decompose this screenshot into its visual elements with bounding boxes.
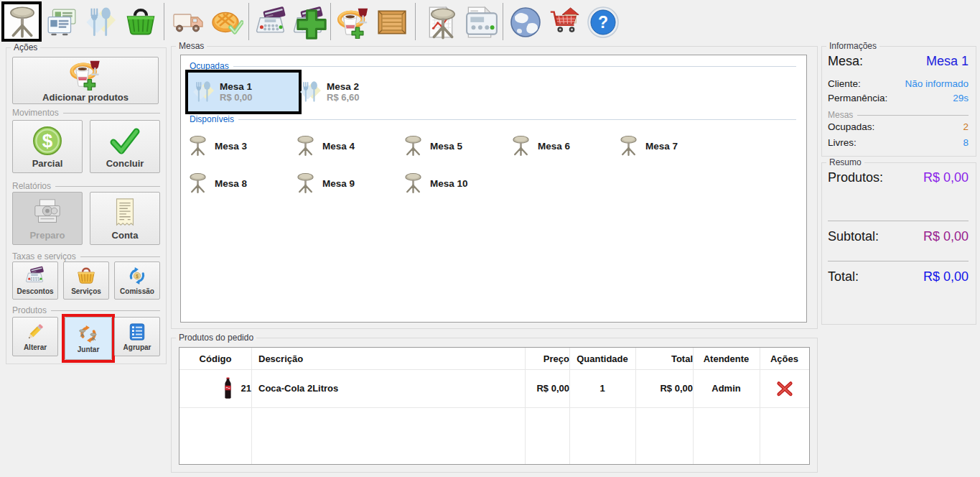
- clients-toolbar-button[interactable]: [45, 4, 79, 40]
- column-header-descricao[interactable]: Descrição: [251, 348, 532, 369]
- web-toolbar-button[interactable]: [508, 4, 543, 40]
- mesa-value: Mesa 1: [926, 54, 969, 69]
- order-products-table: Código Descrição Preço Quantidade Total …: [179, 347, 810, 465]
- drinks-plus-icon: [337, 6, 370, 39]
- table-icon: [296, 134, 315, 157]
- livres-row: Livres: 8: [828, 137, 969, 148]
- help-toolbar-button[interactable]: [586, 4, 620, 40]
- mesa-item-available[interactable]: Mesa 3: [188, 131, 289, 160]
- column-header-quantidade[interactable]: Quantidade: [569, 348, 635, 369]
- mesas-title: Mesas: [176, 41, 207, 51]
- table-icon: [296, 172, 315, 195]
- mesa-item-available[interactable]: Mesa 5: [403, 131, 504, 160]
- mesa-item-available[interactable]: Mesa 10: [403, 169, 504, 198]
- servicos-button[interactable]: Serviços: [63, 261, 109, 300]
- circular-arrows-coin-icon: [127, 266, 147, 286]
- movimentos-divider: Movimentos: [12, 108, 160, 118]
- group-list-icon: [127, 322, 147, 342]
- toolbar-separator: [503, 3, 503, 40]
- check-icon: [109, 125, 141, 157]
- orders-toolbar-button[interactable]: [83, 4, 118, 40]
- mesa-row: Mesa: Mesa 1: [828, 54, 969, 69]
- cart-house-icon: [548, 6, 581, 39]
- mesa-item-available[interactable]: Mesa 8: [188, 169, 289, 198]
- mesa-item-occupied-selected[interactable]: Mesa 1 R$ 0,00: [185, 70, 302, 114]
- store-toolbar-button[interactable]: [547, 4, 582, 40]
- cell-atendente: Admin: [693, 369, 760, 407]
- delete-row-button[interactable]: [775, 379, 794, 398]
- conta-button[interactable]: Conta: [90, 192, 160, 245]
- ocupadas-value: 2: [963, 121, 969, 132]
- juntar-button[interactable]: Juntar: [65, 317, 112, 360]
- relatorios-divider: Relatórios: [12, 181, 160, 191]
- order-products-groupbox: Produtos do pedido Código Descrição Preç…: [171, 338, 818, 473]
- cashier-report-toolbar-button[interactable]: [462, 4, 497, 40]
- drinks-plus-icon: [69, 58, 102, 91]
- receipt-icon: [109, 197, 141, 228]
- mesas-groupbox: Mesas Ocupadas Mesa 1 R$ 0,00 Mesa 2 R$ …: [171, 46, 818, 329]
- stock-toolbar-button[interactable]: [375, 4, 409, 40]
- delivery-toolbar-button[interactable]: [171, 4, 205, 40]
- taxas-divider: Taxas e serviços: [12, 251, 160, 261]
- juntar-highlight: Juntar: [62, 314, 115, 363]
- printer-icon: [32, 197, 63, 228]
- cell-descricao: Coca-Cola 2Litros: [251, 369, 532, 407]
- mesa-item-available[interactable]: Mesa 7: [619, 131, 719, 160]
- column-header-preco[interactable]: Preço: [525, 348, 576, 369]
- column-header-atendente[interactable]: Atendente: [693, 348, 760, 369]
- actions-title: Ações: [11, 42, 40, 52]
- livres-value: 8: [963, 137, 969, 148]
- summary-groupbox: Resumo Produtos: R$ 0,00 Subtotal: R$ 0,…: [821, 162, 976, 325]
- ocupadas-row: Ocupadas: 2: [828, 121, 969, 132]
- column-header-codigo[interactable]: Código: [179, 348, 251, 369]
- add-products-button[interactable]: Adicionar produtos: [12, 57, 159, 104]
- toolbar-separator: [248, 3, 249, 40]
- mesa-item-available[interactable]: Mesa 4: [296, 131, 396, 160]
- summary-title: Resumo: [826, 157, 864, 167]
- preparo-button[interactable]: Preparo: [12, 192, 83, 245]
- column-header-acoes[interactable]: Ações: [760, 348, 809, 369]
- table-icon: [619, 134, 638, 157]
- tables-toolbar-button[interactable]: [5, 4, 39, 40]
- mesa-item-available[interactable]: Mesa 6: [511, 131, 612, 160]
- mesa-texts: Mesa 1 R$ 0,00: [220, 81, 253, 103]
- cell-total: R$ 0,00: [635, 369, 699, 407]
- table-icon: [511, 134, 531, 157]
- concluir-button[interactable]: Concluir: [90, 120, 160, 173]
- order-products-title: Produtos do pedido: [176, 333, 256, 343]
- cashier-toolbar-button[interactable]: [254, 4, 289, 40]
- plus-icon: [295, 8, 328, 41]
- produtos-row: Produtos: R$ 0,00: [828, 170, 969, 185]
- cliente-row: Cliente: Não informado: [828, 78, 969, 89]
- parcial-button[interactable]: Parcial: [12, 120, 83, 173]
- table-icon: [188, 134, 207, 157]
- add-products-label: Adicionar produtos: [42, 92, 129, 103]
- table-icon: [403, 172, 423, 195]
- kitchen-toolbar-button[interactable]: [210, 4, 244, 40]
- info-title: Informações: [826, 41, 879, 51]
- alterar-button[interactable]: Alterar: [12, 317, 58, 356]
- cutlery-icon: [192, 79, 214, 105]
- produtos-value: R$ 0,00: [923, 170, 969, 185]
- main-toolbar: [0, 0, 980, 43]
- card-machine-icon: [25, 266, 45, 286]
- mini-table-icon: [426, 7, 459, 40]
- comissao-button[interactable]: Comissão: [114, 261, 160, 300]
- mesa-item-occupied[interactable]: Mesa 2 R$ 6,60: [295, 73, 406, 111]
- crate-icon: [375, 6, 409, 39]
- cutlery-icon: [299, 79, 321, 105]
- agrupar-button[interactable]: Agrupar: [114, 317, 160, 356]
- toolbar-separator: [415, 3, 416, 40]
- products-toolbar-button[interactable]: [123, 4, 158, 40]
- cell-acoes: [760, 369, 809, 407]
- descontos-button[interactable]: Descontos: [12, 261, 58, 300]
- tables-button-highlight: [1, 1, 42, 42]
- tables-report-toolbar-button[interactable]: [424, 4, 458, 40]
- cashier-add-toolbar-button[interactable]: [291, 4, 326, 40]
- mesa-texts: Mesa 2 R$ 6,60: [327, 81, 360, 103]
- basket-icon: [76, 266, 96, 286]
- table-icon: [188, 172, 207, 195]
- column-header-total[interactable]: Total: [635, 348, 699, 369]
- mesa-item-available[interactable]: Mesa 9: [296, 169, 396, 198]
- add-products-toolbar-button[interactable]: [336, 4, 370, 40]
